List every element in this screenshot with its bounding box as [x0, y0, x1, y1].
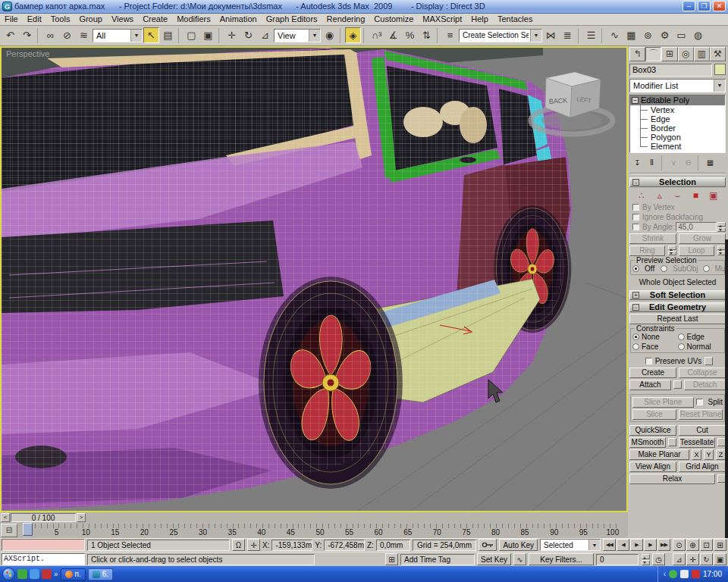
- collapse-icon[interactable]: −: [632, 97, 639, 104]
- slice-plane-button[interactable]: Slice Plane: [632, 397, 694, 408]
- mirror-button[interactable]: ⋈: [543, 27, 559, 43]
- view-align-button[interactable]: View Align: [629, 462, 676, 472]
- spinner-snap-toggle-button[interactable]: ⇅: [419, 27, 435, 43]
- split-checkbox[interactable]: [696, 399, 703, 405]
- attach-button[interactable]: Attach: [629, 380, 671, 390]
- selection-lock-toggle[interactable]: Ω: [232, 539, 245, 551]
- set-key-button[interactable]: Set Key: [477, 553, 511, 565]
- ring-spinner[interactable]: [668, 246, 676, 255]
- quickslice-button[interactable]: QuickSlice: [629, 425, 676, 436]
- chevron-down-icon[interactable]: ▼: [309, 30, 320, 42]
- tab-modify[interactable]: ⌒: [645, 47, 661, 61]
- attach-settings-button[interactable]: [673, 380, 682, 389]
- chevron-down-icon[interactable]: ▼: [588, 540, 600, 550]
- select-object-button[interactable]: ↖: [143, 27, 159, 43]
- shrink-button[interactable]: Shrink: [629, 233, 676, 244]
- expand-icon[interactable]: +: [632, 292, 639, 299]
- polygon-subobject-button[interactable]: ■: [689, 190, 701, 201]
- ignore-backfacing-checkbox[interactable]: Ignore Backfacing: [629, 212, 726, 222]
- curve-editor-button[interactable]: ∿: [607, 27, 623, 43]
- menu-item[interactable]: Graph Editors: [262, 14, 322, 24]
- maximize-viewport-toggle-button[interactable]: ▣: [714, 553, 726, 565]
- cut-button[interactable]: Cut: [679, 425, 726, 436]
- viewport-label[interactable]: Perspective: [6, 49, 49, 58]
- undo-button[interactable]: ↶: [2, 27, 18, 43]
- constraint-edge-radio[interactable]: [678, 333, 685, 340]
- selection-filter-dropdown[interactable]: All ▼: [93, 29, 143, 42]
- menu-item[interactable]: Animation: [215, 14, 262, 24]
- zoom-extents-all-button[interactable]: ⊞: [714, 539, 726, 551]
- angle-spinner[interactable]: [717, 222, 726, 232]
- selection-rollout-header[interactable]: - Selection: [629, 177, 726, 187]
- y-coordinate-field[interactable]: -672,458mm: [324, 540, 365, 551]
- reference-coordinate-dropdown[interactable]: View ▼: [274, 29, 321, 42]
- reset-plane-button[interactable]: Reset Plane: [679, 409, 723, 420]
- close-button[interactable]: ✕: [713, 1, 726, 11]
- edit-named-selection-sets-button[interactable]: ≡: [442, 27, 458, 43]
- create-button[interactable]: Create: [629, 368, 676, 378]
- make-planar-button[interactable]: Make Planar: [629, 449, 689, 460]
- percent-snap-toggle-button[interactable]: %: [402, 27, 418, 43]
- collapse-button[interactable]: Collapse: [679, 368, 726, 378]
- select-and-manipulate-button[interactable]: ◈: [345, 27, 361, 43]
- preview-multi-radio[interactable]: [703, 265, 710, 272]
- modifier-list-dropdown[interactable]: Modifier List ▼: [629, 79, 726, 92]
- make-unique-button[interactable]: ∨: [667, 157, 680, 168]
- angle-value-field[interactable]: 45,0: [676, 222, 717, 232]
- preserve-uvs-checkbox[interactable]: Preserve UVs: [629, 356, 726, 366]
- by-vertex-checkbox[interactable]: By Vertex: [629, 202, 726, 212]
- edit-geometry-rollout-header[interactable]: - Edit Geometry: [629, 302, 726, 312]
- tray-icon-red[interactable]: [692, 570, 700, 578]
- pin-stack-button[interactable]: ↧: [631, 157, 644, 168]
- macro-recorder-pane[interactable]: [2, 539, 85, 551]
- chevron-down-icon[interactable]: ▼: [130, 30, 142, 42]
- bind-to-space-warp-button[interactable]: ≋: [76, 27, 92, 43]
- select-and-uniform-scale-button[interactable]: ⊿: [257, 27, 273, 43]
- material-editor-button[interactable]: ⊚: [640, 27, 656, 43]
- tray-icon-window[interactable]: [680, 570, 689, 578]
- restore-button[interactable]: ❐: [698, 1, 711, 11]
- element-subobject-button[interactable]: ▣: [708, 190, 720, 201]
- detach-button[interactable]: Detach: [684, 380, 726, 390]
- quick-render-button[interactable]: ◍: [690, 27, 706, 43]
- key-filters-button[interactable]: Key Filters...: [529, 553, 594, 565]
- rendered-frame-window-button[interactable]: ▭: [673, 27, 689, 43]
- select-and-move-button[interactable]: ✛: [224, 27, 240, 43]
- panel-scrollbar[interactable]: [725, 239, 728, 538]
- object-name-field[interactable]: Box03: [629, 64, 712, 77]
- time-slider[interactable]: [23, 523, 33, 536]
- constraint-normal-radio[interactable]: [678, 343, 685, 350]
- configure-modifier-sets-button[interactable]: ▦: [704, 157, 717, 168]
- angle-snap-toggle-button[interactable]: ∡: [385, 27, 401, 43]
- arc-rotate-button[interactable]: ↻: [700, 553, 713, 565]
- collapse-icon[interactable]: -: [632, 304, 639, 311]
- tab-create[interactable]: ↰: [629, 47, 645, 61]
- planar-y-button[interactable]: Y: [704, 449, 714, 460]
- grow-button[interactable]: Grow: [679, 233, 726, 244]
- minimize-button[interactable]: –: [682, 1, 695, 11]
- ring-button[interactable]: Ring: [629, 246, 665, 256]
- align-button[interactable]: ≣: [560, 27, 576, 43]
- x-coordinate-field[interactable]: -159,133mm: [271, 540, 312, 551]
- by-angle-checkbox[interactable]: By Angle: 45,0: [629, 222, 726, 232]
- quick-launch-media-icon[interactable]: [42, 569, 52, 579]
- tessellate-button[interactable]: Tessellate: [679, 437, 715, 448]
- field-of-view-button[interactable]: ⊿: [673, 553, 686, 565]
- zoom-extents-button[interactable]: ⊡: [700, 539, 713, 551]
- viewport-canvas[interactable]: BACK LEFT: [2, 48, 626, 511]
- tab-utilities[interactable]: ⚒: [710, 47, 726, 61]
- menu-item[interactable]: Group: [74, 14, 107, 24]
- pan-view-button[interactable]: ✛: [686, 553, 699, 565]
- play-animation-button[interactable]: ▶: [630, 539, 643, 551]
- msmooth-button[interactable]: MSmooth: [629, 437, 666, 448]
- zoom-button[interactable]: ⊙: [673, 539, 686, 551]
- soft-selection-rollout-header[interactable]: + Soft Selection: [629, 290, 726, 300]
- tab-display[interactable]: ▥: [694, 47, 710, 61]
- menu-item[interactable]: Help: [466, 14, 493, 24]
- frame-spinner[interactable]: [642, 554, 650, 565]
- menu-item[interactable]: Tools: [46, 14, 75, 24]
- show-end-result-button[interactable]: Ⅱ: [645, 157, 658, 168]
- remove-modifier-button[interactable]: ⊖: [682, 157, 695, 168]
- auto-key-button[interactable]: Auto Key: [499, 539, 538, 551]
- add-time-tag-field[interactable]: Add Time Tag: [400, 554, 475, 565]
